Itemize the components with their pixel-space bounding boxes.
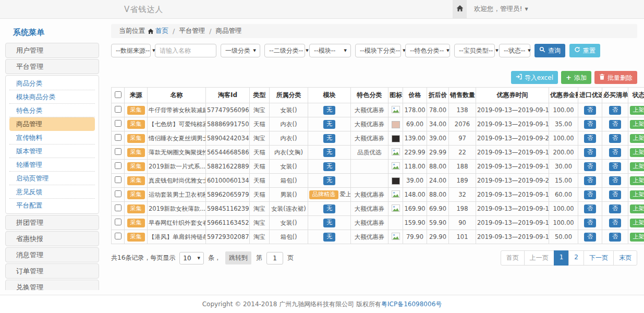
row-checkbox[interactable] (115, 106, 121, 113)
page-button[interactable]: 末页 (613, 250, 637, 266)
filter-select[interactable]: --模块下分类--▼ (355, 44, 401, 57)
taoke-id-cell: 601000601341 (206, 174, 250, 188)
must-buy-badge[interactable]: 否 (609, 134, 621, 143)
row-checkbox[interactable] (115, 233, 121, 239)
user-menu[interactable]: 欢迎您，管理员! ▼ (474, 0, 528, 18)
page-button[interactable]: 下一页 (584, 250, 614, 266)
sidebar-group[interactable]: 省惠快报 (5, 231, 99, 246)
must-buy-badge[interactable]: 否 (609, 162, 621, 171)
filter-select[interactable]: --模块--▼ (309, 44, 351, 57)
must-buy-cell: 否 (602, 188, 628, 202)
must-buy-badge[interactable]: 否 (609, 190, 621, 199)
module-cell: 无 (308, 174, 351, 188)
sidebar-group[interactable]: 订单管理 (5, 263, 99, 279)
filter-select[interactable]: --二级分类--▼ (264, 44, 305, 57)
must-buy-badge[interactable]: 否 (609, 176, 621, 185)
imported-badge[interactable]: 否 (584, 190, 596, 199)
batch-delete-button[interactable]: 批量删除 (594, 71, 637, 84)
table-row: 采集牛仔背带裤女秋装减龄...577479560965淘宝女装()无大额优惠券1… (112, 103, 644, 117)
source-cell: 采集 (125, 202, 148, 216)
must-buy-badge[interactable]: 否 (609, 120, 621, 129)
row-checkbox[interactable] (115, 176, 121, 183)
must-buy-badge[interactable]: 否 (609, 148, 621, 157)
must-buy-cell: 否 (602, 103, 628, 117)
filter-select[interactable]: --宝贝类型--▼ (454, 44, 495, 57)
jump-page-input[interactable] (266, 252, 283, 264)
status-badge[interactable]: 上架 (630, 162, 644, 171)
must-buy-badge[interactable]: 否 (609, 219, 621, 227)
sidebar-item[interactable]: 特色分类 (9, 104, 95, 117)
reset-button[interactable]: 重置 (569, 44, 600, 57)
status-badge[interactable]: 上架 (630, 148, 644, 157)
must-buy-badge[interactable]: 否 (609, 204, 621, 213)
filter-select[interactable]: --数据来源--▼ (111, 44, 151, 57)
sidebar-group[interactable]: 消息管理 (5, 247, 99, 262)
sidebar-item[interactable]: 启动页管理 (9, 172, 95, 185)
add-button[interactable]: + 添加 (561, 71, 591, 84)
row-select-cell (112, 202, 125, 216)
sidebar-group[interactable]: 兑换管理 (5, 280, 99, 290)
imported-badge[interactable]: 否 (584, 106, 596, 115)
sidebar-item[interactable]: 版本管理 (9, 145, 95, 158)
product-image-icon (392, 107, 400, 115)
sidebar-group[interactable]: 拼团管理 (5, 215, 99, 230)
row-checkbox[interactable] (115, 134, 121, 141)
name-cell: 【七色纺】可爱纯棉家... (148, 117, 206, 131)
row-checkbox[interactable] (115, 148, 121, 155)
sidebar-item[interactable]: 模块商品分类 (9, 90, 95, 104)
imported-badge[interactable]: 否 (584, 148, 596, 157)
sidebar-group[interactable]: 用户管理 (5, 43, 99, 58)
jump-button[interactable]: 跳转到 (225, 251, 251, 264)
page-button[interactable]: 首页 (501, 250, 525, 266)
page-button[interactable]: 上一页 (524, 250, 554, 266)
status-badge[interactable]: 上架 (630, 106, 644, 115)
home-button[interactable] (453, 0, 467, 18)
sidebar-item-active[interactable]: 商品管理 (9, 117, 95, 131)
imported-badge[interactable]: 否 (584, 120, 596, 129)
sidebar-item[interactable]: 轮播管理 (9, 158, 95, 172)
sidebar-item[interactable]: 意见反馈 (9, 185, 95, 199)
status-cell: 上架 (628, 216, 644, 230)
status-badge[interactable]: 上架 (630, 190, 644, 199)
must-buy-badge[interactable]: 否 (609, 106, 621, 115)
import-excel-button[interactable]: 导入excel (511, 71, 558, 84)
filter-select[interactable]: --状态--▼ (499, 44, 530, 57)
sidebar-item[interactable]: 商品分类 (9, 77, 95, 90)
status-badge[interactable]: 上架 (630, 233, 644, 242)
pagination-summary: 共16条记录，每页显示 10 ▼ 条， 跳转到 第 页 (111, 251, 294, 264)
table-row: 采集运动套装男士卫衣初秋...589620659791天猫男装()品牌精选爱上运… (112, 188, 644, 202)
filter-select[interactable]: 一级分类▼ (221, 44, 260, 57)
status-badge[interactable]: 上架 (630, 219, 644, 227)
status-badge[interactable]: 上架 (630, 204, 644, 213)
breadcrumb-home-link[interactable]: 首页 (148, 27, 168, 35)
source-cell: 采集 (125, 146, 148, 160)
imported-badge[interactable]: 否 (584, 219, 596, 227)
page-button[interactable]: 2 (568, 250, 584, 266)
imported-badge[interactable]: 否 (584, 162, 596, 171)
row-checkbox[interactable] (115, 204, 121, 211)
sidebar-item[interactable]: 宣传物料 (9, 131, 95, 145)
sidebar-item[interactable]: 平台配置 (9, 199, 95, 212)
imported-badge[interactable]: 否 (584, 176, 596, 185)
must-buy-badge[interactable]: 否 (609, 233, 621, 242)
status-badge[interactable]: 上架 (630, 176, 644, 185)
row-checkbox[interactable] (115, 162, 121, 169)
row-checkbox[interactable] (115, 219, 121, 225)
search-button[interactable]: 查询 (534, 44, 565, 57)
per-page-select[interactable]: 10 ▼ (179, 252, 204, 264)
imported-badge[interactable]: 否 (584, 204, 596, 213)
name-search-input[interactable] (155, 44, 216, 57)
imported-badge[interactable]: 否 (584, 233, 596, 242)
filter-select[interactable]: --特色分类--▼ (405, 44, 450, 57)
filter-select-value: --二级分类-- (269, 46, 303, 55)
imported-badge[interactable]: 否 (584, 134, 596, 143)
sidebar-group[interactable]: 平台管理 (5, 59, 99, 74)
page-button[interactable]: 1 (554, 250, 569, 266)
row-checkbox[interactable] (115, 190, 121, 197)
status-badge[interactable]: 上架 (630, 134, 644, 143)
select-all-checkbox[interactable] (115, 91, 121, 98)
icp-link[interactable]: 粤ICP备16098006号 (381, 300, 442, 309)
row-checkbox[interactable] (115, 120, 121, 127)
status-badge[interactable]: 上架 (630, 120, 644, 129)
search-icon (539, 46, 545, 54)
